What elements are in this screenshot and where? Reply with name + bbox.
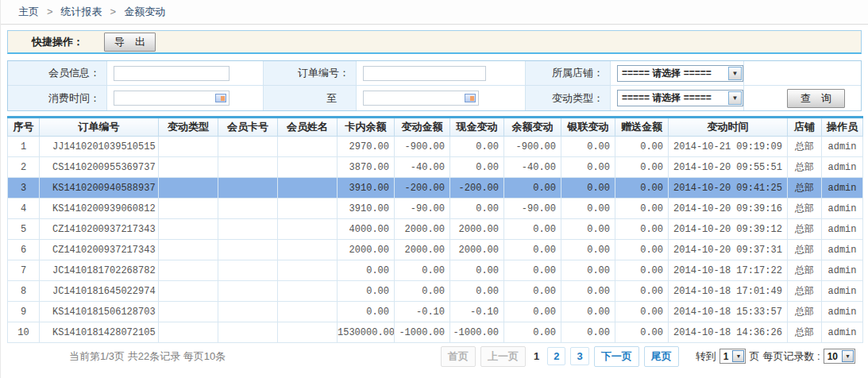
calendar-icon[interactable]: [465, 94, 476, 102]
consume-time-end-cell: [357, 86, 526, 110]
cell: 10: [8, 322, 40, 343]
cell: [278, 322, 338, 343]
column-header: 变动时间: [669, 118, 788, 137]
filter-panel: 会员信息： 订单编号： 所属店铺： ===== 请选择 ===== ▼ 消费时间…: [7, 60, 862, 111]
table-row[interactable]: 8JC14101816450229740.000.000.000.000.000…: [8, 281, 863, 302]
cell: [159, 199, 218, 219]
cell: 2014-10-18 15:33:57: [669, 302, 788, 322]
cell: 0.00: [504, 219, 561, 240]
cell: 2014-10-18 17:17:22: [669, 260, 788, 281]
cell: [159, 302, 218, 322]
cell: 7: [8, 260, 40, 281]
first-page-button[interactable]: 首页: [441, 346, 476, 367]
breadcrumb-separator: >: [110, 6, 117, 17]
last-page-button[interactable]: 尾页: [644, 346, 679, 367]
store-select[interactable]: ===== 请选择 ===== ▼: [617, 65, 743, 82]
cell: [278, 281, 338, 302]
export-button[interactable]: 导 出: [104, 33, 156, 52]
cell: 0.00: [504, 240, 561, 260]
goto-label: 转到: [696, 349, 716, 364]
page-size-label: 每页记录数 :: [762, 349, 820, 364]
pagination-bar: 当前第1/3页 共22条记录 每页10条 首页 上一页 1 2 3 下一页 尾页…: [1, 343, 868, 369]
change-type-label: 变动类型：: [526, 86, 611, 110]
cell: [278, 157, 338, 178]
consume-time-label: 消费时间：: [8, 86, 107, 110]
cell: 总部: [788, 157, 822, 178]
store-label: 所属店铺：: [526, 61, 611, 86]
cell: [218, 178, 278, 199]
breadcrumb: 主页>统计报表>金额变动: [1, 0, 868, 25]
column-header: 会员姓名: [278, 118, 338, 137]
table-row[interactable]: 1JJ14102010395105152970.00-900.000.00-90…: [8, 137, 863, 157]
cell: [159, 260, 218, 281]
table-row[interactable]: 2CS14102009553697373870.00-40.000.00-40.…: [8, 157, 863, 178]
cell: [278, 199, 338, 219]
cell: [278, 178, 338, 199]
cell: 0.00: [395, 260, 450, 281]
consume-time-end-input[interactable]: [363, 91, 479, 106]
cell: [218, 260, 278, 281]
breadcrumb-home[interactable]: 主页: [18, 6, 39, 17]
goto-controls: 转到 1 ▼ 页 每页记录数 : 10 ▼: [694, 349, 857, 364]
table-row[interactable]: 9KS14101815061287030.00-0.10-0.100.000.0…: [8, 302, 863, 322]
cell: -900.00: [504, 137, 561, 157]
filter-empty-cell: [744, 61, 861, 86]
column-header: 现金变动: [450, 118, 504, 137]
cell: 总部: [788, 219, 822, 240]
page-2-button[interactable]: 2: [547, 347, 565, 365]
cell: 0.00: [615, 240, 669, 260]
cell: 0.00: [615, 219, 669, 240]
cell: -900.00: [395, 137, 450, 157]
cell: 0.00: [561, 302, 615, 322]
cell: [278, 260, 338, 281]
cell: 0.00: [561, 137, 615, 157]
pagination: 首页 上一页 1 2 3 下一页 尾页: [438, 346, 681, 367]
chevron-down-icon: ▼: [728, 67, 742, 80]
page-3-button[interactable]: 3: [570, 347, 588, 365]
cell: [159, 157, 218, 178]
next-page-button[interactable]: 下一页: [594, 346, 639, 367]
table-row[interactable]: 6CZ14102009372173432000.002000.002000.00…: [8, 240, 863, 260]
goto-page-select[interactable]: 1 ▼: [719, 349, 746, 364]
table-row[interactable]: 7JC14101817022687820.000.000.000.000.000…: [8, 260, 863, 281]
calendar-icon[interactable]: [215, 94, 226, 102]
cell: -90.00: [504, 199, 561, 219]
cell: -1000.00: [395, 322, 450, 343]
consume-time-start-input[interactable]: [114, 91, 230, 106]
cell: 0.00: [450, 199, 504, 219]
cell: 0.00: [561, 157, 615, 178]
column-header: 会员卡号: [218, 118, 278, 137]
cell: [218, 322, 278, 343]
cell: 0.00: [338, 260, 395, 281]
cell: 总部: [788, 178, 822, 199]
member-info-label: 会员信息：: [8, 61, 107, 86]
table-row[interactable]: 3KS14102009405889373910.00-200.00-200.00…: [8, 178, 863, 199]
table-row[interactable]: 10KS14101814280721051530000.00-1000.00-1…: [8, 322, 863, 343]
change-type-select[interactable]: ===== 请选择 ===== ▼: [617, 90, 743, 106]
cell: 2014-10-20 09:39:16: [669, 199, 788, 219]
cell: -40.00: [395, 157, 450, 178]
query-button[interactable]: 查 询: [787, 89, 845, 108]
cell: [159, 322, 218, 343]
table-row[interactable]: 5CZ14102009372173434000.002000.002000.00…: [8, 219, 863, 240]
table-row[interactable]: 4KS14102009390608123910.00-90.000.00-90.…: [8, 199, 863, 219]
cell: admin: [822, 260, 863, 281]
member-info-input[interactable]: [114, 66, 230, 81]
cell: -200.00: [395, 178, 450, 199]
cell: 9: [8, 302, 40, 322]
cell: CS1410200955369737: [40, 157, 159, 178]
cell: [278, 302, 338, 322]
cell: KS1410181428072105: [40, 322, 159, 343]
cell: 总部: [788, 240, 822, 260]
breadcrumb-reports[interactable]: 统计报表: [61, 6, 102, 17]
cell: admin: [822, 137, 863, 157]
cell: 2014-10-20 09:37:31: [669, 240, 788, 260]
cell: 0.00: [615, 178, 669, 199]
cell: 2014-10-20 09:41:25: [669, 178, 788, 199]
cell: 2970.00: [338, 137, 395, 157]
page-size-select[interactable]: 10 ▼: [824, 349, 855, 364]
order-no-input[interactable]: [363, 66, 486, 81]
prev-page-button[interactable]: 上一页: [480, 346, 526, 367]
cell: KS1410200939060812: [40, 199, 159, 219]
cell: [159, 219, 218, 240]
